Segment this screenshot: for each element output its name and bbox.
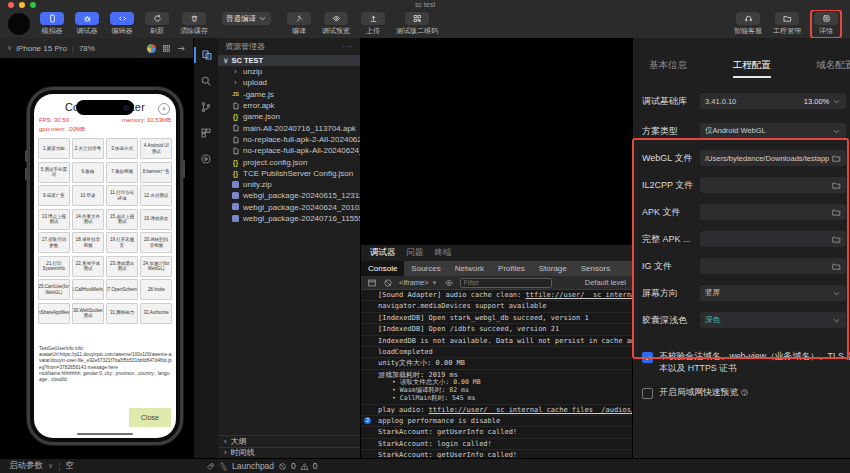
- explorer-item[interactable]: {} project.config.json: [218, 156, 360, 167]
- test-button[interactable]: 25.CanIUse(for WebGL): [38, 279, 70, 300]
- explorer-item[interactable]: › upload: [218, 77, 360, 88]
- toolbar-button-compile-mode[interactable]: 普通编译: [222, 12, 271, 25]
- test-button[interactable]: 4.Android UI测试: [140, 138, 172, 159]
- toolbar-button-refresh[interactable]: 刷新: [145, 12, 169, 36]
- explorer-item[interactable]: webgl_package-20240624_201033...: [218, 202, 360, 213]
- close-icon[interactable]: ×: [158, 103, 170, 115]
- test-button[interactable]: 19.打开客服页: [106, 232, 138, 253]
- test-button[interactable]: 8.banner广告: [140, 162, 172, 183]
- panel-tab[interactable]: 问题: [407, 247, 424, 259]
- explorer-item[interactable]: error.apk: [218, 100, 360, 111]
- test-button[interactable]: 24.加速计(for WebGL): [140, 256, 172, 277]
- explorer-item[interactable]: webgl_package-20240615_123123.zip: [218, 190, 360, 201]
- maximize-window-button[interactable]: [30, 2, 36, 8]
- toolbar-button-details[interactable]: 详情: [814, 12, 838, 36]
- eye-icon[interactable]: [444, 278, 454, 288]
- test-button[interactable]: 2.关注抖音号: [72, 138, 104, 159]
- close-window-button[interactable]: [8, 2, 14, 8]
- test-button[interactable]: 16.游戏保存: [140, 209, 172, 230]
- toolbar-button-upload[interactable]: 上传: [361, 12, 385, 36]
- toolbar-button-debug-preview[interactable]: 调试预览: [322, 12, 350, 36]
- more-actions-icon[interactable]: ···: [342, 42, 353, 51]
- filter-input[interactable]: [460, 278, 552, 288]
- checkbox-icon[interactable]: [642, 352, 653, 363]
- checkbox-row[interactable]: 不校验合法域名、web-view（业务域名）、TLS 版本以及 HTTPS 证书: [642, 351, 850, 375]
- test-button[interactable]: 21.打印SystemInfo: [38, 256, 70, 277]
- explorer-item[interactable]: webgl_package-20240716_115553.zip: [218, 213, 360, 224]
- panel-tab[interactable]: 调试器: [370, 247, 396, 259]
- arrow-right-icon[interactable]: [177, 44, 186, 53]
- test-button[interactable]: 29.OnShareAppMessage: [38, 303, 70, 324]
- activity-run-debug[interactable]: [194, 151, 219, 167]
- field-input-il2cpp-file[interactable]: [700, 177, 846, 193]
- panel-tab[interactable]: 终端: [435, 247, 452, 259]
- devtools-tab-profiles[interactable]: Profiles: [491, 261, 532, 276]
- field-input-webgl-file[interactable]: /Users/bytedance/Downloads/testapp: [700, 150, 846, 166]
- toolbar-button-smart-service[interactable]: 智能客服: [734, 12, 762, 36]
- test-button[interactable]: 28.Invite: [140, 279, 172, 300]
- field-input-scheme-type[interactable]: 仅Android WebGL: [700, 123, 846, 139]
- checkbox-icon[interactable]: [642, 388, 653, 399]
- toolbar-button-simulator[interactable]: 模拟器: [40, 12, 64, 36]
- device-chevron-icon[interactable]: ∨: [7, 44, 12, 52]
- test-button[interactable]: 15.崩溃上报测试: [106, 209, 138, 230]
- test-button[interactable]: 13.埋点上报测试: [38, 209, 70, 230]
- field-input-apk-file[interactable]: [700, 204, 846, 220]
- clear-console-icon[interactable]: [383, 278, 393, 288]
- frame-icon[interactable]: [367, 278, 377, 288]
- explorer-item[interactable]: no-replace-full-apk-2-All-20240624...: [218, 134, 360, 145]
- test-button[interactable]: 7.激励视频: [106, 162, 138, 183]
- performance-icon[interactable]: [147, 44, 156, 53]
- test-button[interactable]: 32.Authorize: [140, 303, 172, 324]
- test-button[interactable]: 14.共享文件测试: [72, 209, 104, 230]
- explorer-item[interactable]: {} game.json: [218, 111, 360, 122]
- field-input-full-apk-file[interactable]: [700, 231, 846, 247]
- test-button[interactable]: 6.收藏: [72, 162, 104, 183]
- log-link[interactable]: ttfile://user/__sc_internal_cache_files_…: [526, 291, 632, 299]
- explorer-item[interactable]: › unzip: [218, 66, 360, 77]
- test-button[interactable]: 27.OpenSchema: [106, 279, 138, 300]
- launch-params[interactable]: 启动参数 ∨ | 空: [0, 460, 193, 472]
- toolbar-button-debugger[interactable]: 调试器: [75, 12, 99, 36]
- checkbox-row[interactable]: 开启局域网快速预览: [642, 387, 850, 399]
- test-button[interactable]: 10.登录: [72, 185, 104, 206]
- test-button[interactable]: 30.WebSocket测试: [72, 303, 104, 324]
- frame-selector[interactable]: <iframe> ▼: [399, 278, 438, 287]
- field-input-debug-base-lib[interactable]: 3.41.0.10 13.00%: [700, 93, 846, 109]
- grid-icon[interactable]: [162, 44, 171, 53]
- test-button[interactable]: 9.插屏广告: [38, 185, 70, 206]
- detail-tab[interactable]: 基本信息: [649, 59, 687, 78]
- toolbar-button-clear-cache[interactable]: 清除缓存: [180, 12, 208, 36]
- close-button[interactable]: Close: [129, 408, 171, 427]
- test-button[interactable]: 18.播放抖音视频: [72, 232, 104, 253]
- test-button[interactable]: 26.CallHostMethod: [72, 279, 104, 300]
- test-button[interactable]: 12.支付测试: [140, 185, 172, 206]
- field-input-capsule-theme[interactable]: 深色: [700, 312, 846, 328]
- explorer-item[interactable]: unity.zip: [218, 179, 360, 190]
- activity-explorer[interactable]: [194, 47, 219, 63]
- test-button[interactable]: 31.网络能力: [106, 303, 138, 324]
- explorer-root[interactable]: ∨ SC TEST: [218, 55, 360, 66]
- explorer-item[interactable]: main-All-20240716_113704.apk: [218, 122, 360, 133]
- test-button[interactable]: 23.游戏退出测试: [106, 256, 138, 277]
- devtools-tab-sources[interactable]: Sources: [404, 261, 447, 276]
- test-button[interactable]: 22.系统字体测试: [72, 256, 104, 277]
- detail-tab[interactable]: 域名配置: [816, 59, 850, 78]
- avatar[interactable]: [8, 13, 30, 35]
- devtools-tab-console[interactable]: Console: [361, 261, 404, 276]
- devtools-tab-storage[interactable]: Storage: [532, 261, 574, 276]
- detail-tab[interactable]: 工程配置: [733, 59, 771, 78]
- outline-section[interactable]: › 大纲: [218, 435, 360, 447]
- test-button[interactable]: 11.打印当前环境: [106, 185, 138, 206]
- devtools-tab-sensors[interactable]: Sensors: [574, 261, 617, 276]
- devtools-tab-network[interactable]: Network: [448, 261, 491, 276]
- test-button[interactable]: 20.跳转到抖音视频: [140, 232, 172, 253]
- minimize-window-button[interactable]: [19, 2, 25, 8]
- activity-extensions[interactable]: [194, 125, 219, 141]
- device-name[interactable]: iPhone 15 Pro: [16, 44, 67, 53]
- launchpad-status[interactable]: Launchpad 0 0: [193, 461, 318, 471]
- toolbar-button-editor[interactable]: 编辑器: [110, 12, 134, 36]
- log-link[interactable]: ttfile://user/__sc_internal_cache_files_…: [429, 406, 632, 414]
- explorer-item[interactable]: {} TCE PublishServer Config.json: [218, 168, 360, 179]
- toolbar-button-compile[interactable]: 编译: [287, 12, 311, 36]
